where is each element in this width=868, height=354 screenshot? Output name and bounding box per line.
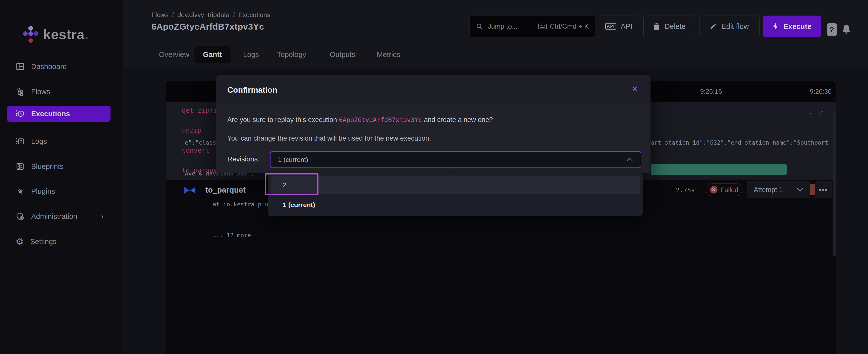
execute-button[interactable]: Execute (763, 15, 821, 37)
lightning-icon (772, 23, 779, 30)
shield-user-icon (16, 212, 25, 221)
search-shortcut: Ctrl/Cmd + K (550, 23, 589, 30)
notifications-bell-icon[interactable] (841, 24, 852, 35)
confirmation-modal: Confirmation ✕ Are you sure to replay th… (216, 75, 651, 173)
api-icon: API (605, 23, 616, 30)
sidebar-item-dashboard[interactable]: Dashboard (7, 59, 111, 74)
sidebar-item-label: Settings (30, 237, 57, 246)
gantt-timestamp-1: 9:26:16 (691, 88, 731, 95)
page-title: 6ApoZGtyeArfdB7xtpv3Yc (151, 22, 264, 32)
execution-id-code: 6ApoZGtyeArfdB7xtpv3Yc (339, 116, 422, 124)
trash-icon (653, 23, 660, 30)
expand-icon[interactable]: ⤢ (818, 110, 823, 117)
revision-option-1-current[interactable]: 1 (current) (271, 196, 640, 214)
kestra-execution-page: kestra. Dashboard Flows (0, 0, 868, 354)
tab-gantt[interactable]: Gantt (194, 46, 230, 63)
tab-logs[interactable]: Logs (235, 46, 268, 63)
search-input[interactable]: Jump to... Ctrl/Cmd + K (469, 15, 595, 37)
sidebar: kestra. Dashboard Flows (0, 0, 123, 354)
breadcrumb[interactable]: Flows/dev.divvy_tripdata/Executions (151, 11, 270, 19)
blueprints-icon (16, 162, 25, 171)
revisions-label: Revisions (227, 155, 258, 163)
search-icon (476, 23, 483, 30)
modal-message: Are you sure to replay this execution 6A… (227, 116, 493, 124)
chevron-right-icon: › (101, 212, 103, 221)
plugins-icon (16, 187, 25, 196)
sidebar-item-administration[interactable]: Administration › (7, 208, 111, 224)
api-button[interactable]: API API (599, 15, 639, 37)
modal-title: Confirmation (227, 85, 277, 95)
modal-header: Confirmation ✕ (216, 75, 651, 105)
modal-revision-note: You can change the revision that will be… (227, 135, 431, 142)
tab-outputs[interactable]: Outputs (321, 46, 364, 63)
chevron-up-icon (627, 158, 633, 162)
dashboard-icon (16, 62, 25, 71)
kestra-logo[interactable]: kestra. (20, 25, 116, 45)
sidebar-item-logs[interactable]: Logs (7, 133, 111, 150)
logs-icon (16, 137, 25, 146)
tab-bar: Overview Gantt Logs Topology Outputs Met… (123, 41, 868, 68)
sidebar-item-label: Administration (31, 213, 78, 221)
log-controls: − ⤢ (808, 110, 823, 117)
sidebar-item-label: Executions (31, 110, 70, 118)
tab-overview[interactable]: Overview (150, 46, 198, 63)
sidebar-item-label: Logs (31, 137, 47, 146)
revisions-select-value: 1 (current) (278, 156, 308, 164)
page-header: Flows/dev.divvy_tripdata/Executions 6Apo… (123, 0, 868, 41)
question-mark-icon: ? (830, 25, 834, 34)
sidebar-item-label: Flows (31, 88, 50, 96)
tab-topology[interactable]: Topology (269, 46, 315, 63)
delete-button[interactable]: Delete (644, 15, 695, 37)
breadcrumb-namespace[interactable]: dev.divvy_tripdata (177, 11, 229, 19)
pencil-icon (710, 23, 717, 30)
executions-clock-icon (16, 109, 25, 118)
search-placeholder: Jump to... (488, 23, 518, 30)
gantt-timestamp-2: 9:26:30 (792, 88, 832, 95)
edit-flow-button[interactable]: Edit flow (699, 15, 760, 37)
flows-icon (16, 87, 25, 96)
keyboard-icon (538, 23, 547, 30)
sidebar-item-label: Dashboard (31, 63, 67, 71)
revision-option-2[interactable]: 2 (271, 176, 640, 194)
sidebar-item-settings[interactable]: ⚙ Settings (7, 233, 111, 250)
breadcrumb-flows[interactable]: Flows (151, 11, 168, 19)
kestra-wordmark: kestra. (43, 27, 89, 42)
kestra-logo-icon (20, 25, 41, 46)
help-button[interactable]: ? (827, 23, 837, 36)
sidebar-item-label: Blueprints (31, 162, 64, 171)
sidebar-item-executions[interactable]: Executions (7, 106, 111, 122)
sidebar-item-flows[interactable]: Flows (7, 84, 111, 100)
collapse-icon[interactable]: − (808, 110, 812, 117)
close-icon[interactable]: ✕ (632, 84, 638, 93)
sidebar-item-blueprints[interactable]: Blueprints (7, 158, 111, 174)
revisions-dropdown: 2 1 (current) (268, 173, 643, 216)
tab-metrics[interactable]: Metrics (368, 46, 409, 63)
sidebar-item-plugins[interactable]: Plugins (7, 183, 111, 199)
revisions-select[interactable]: 1 (current) (270, 151, 641, 168)
execute-button-label: Execute (783, 22, 811, 31)
sidebar-item-label: Plugins (31, 187, 55, 196)
delete-button-label: Delete (664, 22, 686, 31)
log-line: ... 12 more (185, 230, 833, 240)
log-scrollbar[interactable] (833, 111, 836, 256)
api-button-label: API (621, 22, 632, 31)
edit-flow-button-label: Edit flow (721, 22, 749, 31)
gear-icon: ⚙ (16, 237, 24, 246)
breadcrumb-executions[interactable]: Executions (238, 11, 270, 19)
